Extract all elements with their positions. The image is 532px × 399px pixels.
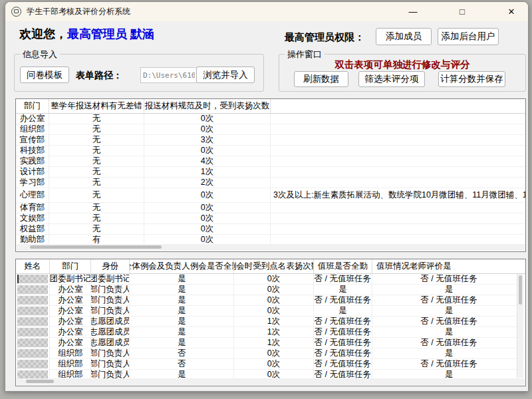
table-cell[interactable]: 无 [49, 224, 144, 234]
table-cell[interactable] [271, 235, 525, 245]
name-cell[interactable] [16, 359, 50, 369]
browse-import-button[interactable]: 浏览并导入 [196, 66, 255, 83]
table-cell[interactable]: 是 [372, 306, 525, 316]
table-cell[interactable]: 无 [49, 213, 144, 223]
table-cell[interactable]: 是 [130, 317, 234, 327]
table-cell[interactable]: 宣传部 [16, 135, 49, 145]
table-cell[interactable]: 权益部 [16, 224, 49, 234]
table-cell[interactable]: 部门负责人 [91, 348, 130, 358]
table-cell[interactable] [271, 224, 525, 234]
table-cell[interactable]: 是 [130, 295, 234, 305]
column-header[interactable]: 部门 [16, 99, 49, 113]
table-cell[interactable]: 1次 [144, 167, 271, 177]
table-cell[interactable]: 是 [314, 285, 372, 295]
table-cell[interactable]: 无 [49, 124, 144, 134]
table-cell[interactable]: 否 / 无值班任务 [372, 274, 525, 284]
table-cell[interactable]: 否 / 无值班任务 [372, 338, 525, 348]
column-header[interactable]: 全体例会及负责人例会是否全勤 [130, 259, 234, 273]
table-cell[interactable]: 0次 [234, 359, 313, 369]
table-cell[interactable]: 1次 [234, 327, 313, 337]
table-cell[interactable]: 实践部 [16, 156, 49, 166]
table-cell[interactable]: 办公室 [50, 317, 91, 327]
table-cell[interactable]: 部门负责人 [91, 295, 130, 305]
table-cell[interactable] [271, 114, 525, 124]
refresh-data-button[interactable]: 刷新数据 [294, 71, 348, 87]
table-cell[interactable]: 是 [130, 285, 234, 295]
table-cell[interactable]: 志愿团成员 [91, 327, 130, 337]
table-cell[interactable]: 无 [49, 178, 144, 188]
table-cell[interactable]: 办公室 [50, 338, 91, 348]
name-cell[interactable] [16, 338, 50, 348]
table-cell[interactable]: 部门负责人 [91, 370, 130, 378]
column-header[interactable]: 身份 [91, 259, 130, 273]
table-cell[interactable] [271, 124, 525, 134]
table-cell[interactable]: 办公室 [16, 114, 49, 124]
table-cell[interactable]: 3次及以上:新生素质拓展活动、数统学院10月微团辅、11月微团辅、12 [271, 188, 525, 202]
add-backend-user-button[interactable]: 添加后台用户 [438, 28, 499, 45]
table-cell[interactable] [271, 213, 525, 223]
name-cell[interactable] [16, 306, 50, 316]
table-cell[interactable] [271, 178, 525, 188]
table-cell[interactable]: 3次 [144, 135, 271, 145]
table-cell[interactable]: 办公室 [50, 327, 91, 337]
table-cell[interactable]: 否 / 无值班任务 [314, 359, 372, 369]
table-cell[interactable]: 否 [130, 359, 234, 369]
table-cell[interactable]: 设计部 [16, 167, 49, 177]
table-cell[interactable]: 否 / 无值班任务 [314, 348, 372, 358]
table-cell[interactable]: 是 [314, 306, 372, 316]
table-cell[interactable]: 否 / 无值班任务 [372, 317, 525, 327]
table-cell[interactable]: 部门负责人 [91, 285, 130, 295]
table-cell[interactable]: 团委副书记 [91, 274, 130, 284]
table-cell[interactable] [271, 146, 525, 156]
table-cell[interactable]: 组织部 [50, 348, 91, 358]
column-header[interactable]: 部门 [50, 259, 91, 273]
name-cell[interactable] [16, 285, 50, 295]
vertical-scrollbar[interactable] [517, 274, 523, 378]
name-cell[interactable] [16, 327, 50, 337]
table-cell[interactable]: 文娱部 [16, 213, 49, 223]
table-cell[interactable] [271, 167, 525, 177]
table-cell[interactable]: 是 [130, 306, 234, 316]
table-cell[interactable]: 勤助部 [16, 235, 49, 245]
table-cell[interactable]: 否 / 无值班任务 [372, 359, 525, 369]
name-cell[interactable] [16, 295, 50, 305]
table-cell[interactable]: 是 [372, 348, 525, 358]
filter-unscored-button[interactable]: 筛选未评分项 [358, 71, 425, 87]
column-header[interactable] [271, 99, 525, 113]
table-cell[interactable] [271, 135, 525, 145]
table-cell[interactable]: 4次 [144, 156, 271, 166]
table-cell[interactable]: 0次 [234, 274, 313, 284]
table-cell[interactable]: 否 / 无值班任务 [314, 274, 372, 284]
scrollbar-thumb[interactable] [519, 275, 522, 305]
name-cell[interactable] [16, 370, 50, 378]
table-cell[interactable]: 组织部 [16, 124, 49, 134]
maximize-button[interactable]: □ [452, 2, 472, 21]
column-header[interactable]: 例会时受到点名表扬次数 [234, 259, 313, 273]
name-cell[interactable] [16, 274, 50, 284]
column-header[interactable]: 报送材料规范及时，受到表扬次数 [144, 99, 271, 113]
table-cell[interactable]: 0次 [144, 213, 271, 223]
column-header[interactable]: 姓名 [16, 259, 50, 273]
table-cell[interactable]: 否 / 无值班任务 [314, 327, 372, 337]
table-cell[interactable]: 部门负责人 [91, 359, 130, 369]
name-cell[interactable] [16, 317, 50, 327]
form-path-input[interactable] [140, 67, 198, 83]
table-cell[interactable]: 是 [130, 274, 234, 284]
table-cell[interactable]: 否 / 无值班任务 [314, 338, 372, 348]
table-cell[interactable]: 无 [49, 188, 144, 202]
table-cell[interactable]: 否 / 无值班任务 [314, 370, 372, 378]
table-cell[interactable]: 是 [372, 370, 525, 378]
close-button[interactable]: ✕ [501, 2, 521, 21]
scrollbar-thumb[interactable] [26, 380, 54, 383]
table-cell[interactable]: 志愿团成员 [91, 338, 130, 348]
table-cell[interactable]: 0次 [144, 114, 271, 124]
table-cell[interactable]: 0次 [234, 348, 313, 358]
column-header[interactable]: 整学年报送材料有无差错 [49, 99, 144, 113]
add-member-button[interactable]: 添加成员 [376, 28, 432, 45]
horizontal-scrollbar[interactable] [17, 244, 525, 251]
table-cell[interactable]: 0次 [234, 285, 313, 295]
table-cell[interactable]: 0次 [144, 188, 271, 202]
table-cell[interactable]: 有 [49, 235, 144, 245]
name-cell[interactable] [16, 348, 50, 358]
table-cell[interactable]: 是 [130, 327, 234, 337]
